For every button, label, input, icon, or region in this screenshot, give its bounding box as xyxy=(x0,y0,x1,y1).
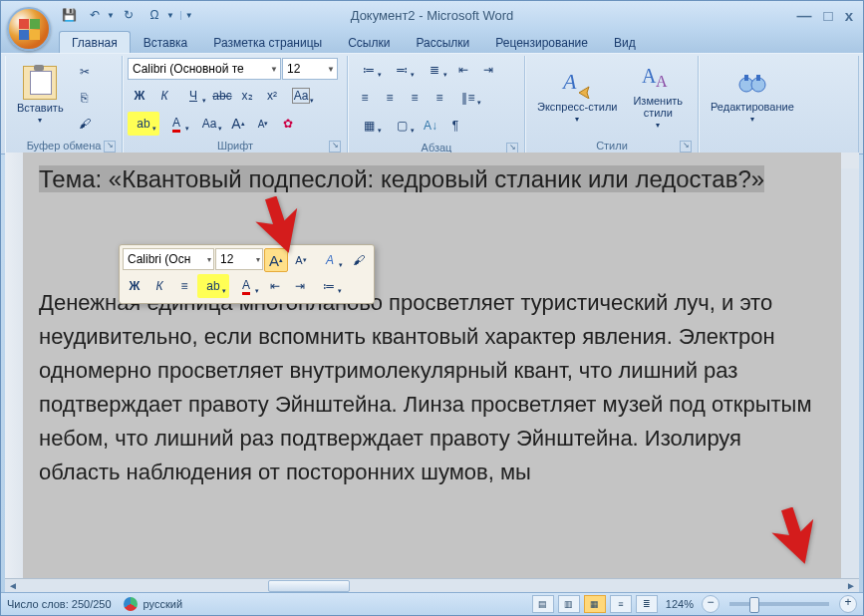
tab-references[interactable]: Ссылки xyxy=(335,31,403,53)
shading-button[interactable]: ▦▾ xyxy=(353,114,385,138)
bold-button[interactable]: Ж xyxy=(128,84,151,108)
zoom-out-button[interactable]: − xyxy=(702,595,720,613)
underline-button[interactable]: Ч▾ xyxy=(177,84,209,108)
quick-styles-button[interactable]: A Экспресс-стили ▾ xyxy=(530,58,624,132)
language-status[interactable]: русский xyxy=(124,597,182,611)
show-marks-button[interactable]: ¶ xyxy=(443,114,467,138)
status-bar: Число слов: 250/250 русский ▤ ▥ ▦ ≡ ≣ 12… xyxy=(1,592,863,615)
tab-home[interactable]: Главная xyxy=(59,31,131,53)
borders-button[interactable]: ▢▾ xyxy=(386,114,418,138)
view-outline[interactable]: ≡ xyxy=(610,595,632,613)
vertical-scrollbar[interactable] xyxy=(840,168,859,579)
maximize-button[interactable]: □ xyxy=(824,7,833,24)
mini-decrease-indent[interactable]: ⇤ xyxy=(263,274,287,298)
align-left-button[interactable]: ≡ xyxy=(353,86,377,110)
mini-bullets[interactable]: ≔▾ xyxy=(313,274,345,298)
zoom-slider[interactable] xyxy=(729,602,829,606)
save-button[interactable]: 💾 xyxy=(57,3,81,27)
language-icon xyxy=(124,597,138,611)
tab-mailings[interactable]: Рассылки xyxy=(403,31,482,53)
tab-insert[interactable]: Вставка xyxy=(131,31,201,53)
text-effects-button[interactable]: Aa▾ xyxy=(193,112,225,136)
highlight-button[interactable]: ab▾ xyxy=(128,112,159,136)
bullets-button[interactable]: ≔▾ xyxy=(353,58,385,82)
document-page[interactable]: Тема: «Квантовый подпеслой: кедровый стл… xyxy=(23,153,841,579)
strikethrough-button[interactable]: abc xyxy=(210,84,234,108)
zoom-slider-thumb[interactable] xyxy=(749,597,759,613)
svg-text:A: A xyxy=(642,65,657,87)
justify-button[interactable]: ≡ xyxy=(428,86,451,110)
font-size-combo[interactable]: 12▼ xyxy=(282,58,338,80)
line-spacing-button[interactable]: ‖≡▾ xyxy=(452,86,484,110)
group-label-editing xyxy=(704,138,854,154)
clipboard-launcher[interactable]: ↘ xyxy=(104,141,116,153)
paste-button[interactable]: Вставить ▾ xyxy=(10,58,71,132)
tab-page-layout[interactable]: Разметка страницы xyxy=(200,31,335,53)
mini-increase-indent[interactable]: ⇥ xyxy=(288,274,312,298)
font-name-combo[interactable]: Calibri (Основной те▼ xyxy=(128,58,281,80)
view-full-screen[interactable]: ▥ xyxy=(558,595,580,613)
ruler-corner[interactable] xyxy=(840,153,859,169)
superscript-button[interactable]: x² xyxy=(260,84,284,108)
zoom-in-button[interactable]: + xyxy=(839,595,857,613)
styles-launcher[interactable]: ↘ xyxy=(680,141,692,153)
document-heading[interactable]: Тема: «Квантовый подпеслой: кедровый стл… xyxy=(39,165,764,192)
mini-font-color[interactable]: A▾ xyxy=(230,274,262,298)
ribbon: Вставить ▾ ✂ ⎘ 🖌 Буфер обмена↘ Calibri (… xyxy=(1,53,863,154)
repeat-button[interactable]: Ω xyxy=(143,3,166,27)
cut-button[interactable]: ✂ xyxy=(73,60,97,84)
close-button[interactable]: x xyxy=(845,7,853,24)
numbering-button[interactable]: ≕▾ xyxy=(386,58,418,82)
svg-rect-5 xyxy=(744,75,748,81)
format-painter-button[interactable]: 🖌 xyxy=(73,112,97,136)
align-right-button[interactable]: ≡ xyxy=(403,86,427,110)
zoom-level[interactable]: 124% xyxy=(666,598,694,610)
group-font: Calibri (Основной те▼ 12▼ Ж К Ч▾ abc x₂ … xyxy=(123,56,348,154)
document-body[interactable]: Денежная единица многопланово просветляе… xyxy=(39,286,825,489)
font-launcher[interactable]: ↘ xyxy=(329,141,341,153)
change-case-button[interactable]: Aa▾ xyxy=(285,84,317,108)
qat-customize[interactable]: ▼ xyxy=(180,11,193,20)
annotation-arrow-top xyxy=(254,196,310,262)
view-web-layout[interactable]: ▦ xyxy=(584,595,606,613)
undo-button[interactable]: ↶ xyxy=(83,3,107,27)
font-color-button[interactable]: A▾ xyxy=(160,112,192,136)
editing-button[interactable]: Редактирование ▾ xyxy=(704,58,801,132)
copy-button[interactable]: ⎘ xyxy=(73,86,97,110)
decrease-indent-button[interactable]: ⇤ xyxy=(451,58,475,82)
multilevel-button[interactable]: ≣▾ xyxy=(419,58,450,82)
align-center-button[interactable]: ≡ xyxy=(378,86,402,110)
quick-styles-icon: A xyxy=(561,67,593,99)
mini-bold[interactable]: Ж xyxy=(123,274,146,298)
vertical-ruler[interactable] xyxy=(5,153,24,579)
paste-icon xyxy=(23,66,57,100)
sort-button[interactable]: A↓ xyxy=(419,114,442,138)
tab-review[interactable]: Рецензирование xyxy=(482,31,601,53)
mini-font-combo[interactable]: Calibri (Осн▾ xyxy=(123,248,214,270)
mini-format-painter[interactable]: 🖌 xyxy=(347,248,371,272)
increase-indent-button[interactable]: ⇥ xyxy=(476,58,500,82)
change-styles-button[interactable]: AA Изменить стили ▾ xyxy=(626,58,690,132)
tab-view[interactable]: Вид xyxy=(601,31,649,53)
italic-button[interactable]: К xyxy=(152,84,176,108)
view-draft[interactable]: ≣ xyxy=(636,595,658,613)
mini-highlight[interactable]: ab▾ xyxy=(197,274,229,298)
horizontal-scroll-thumb[interactable] xyxy=(268,580,350,592)
office-button[interactable] xyxy=(7,7,51,51)
shrink-font-button[interactable]: A▾ xyxy=(251,112,275,136)
word-count[interactable]: Число слов: 250/250 xyxy=(7,598,112,610)
view-print-layout[interactable]: ▤ xyxy=(532,595,554,613)
mini-center[interactable]: ≡ xyxy=(172,274,196,298)
mini-styles[interactable]: A▾ xyxy=(314,248,346,272)
grow-font-button[interactable]: A▴ xyxy=(226,112,250,136)
clear-format-button[interactable]: ✿ xyxy=(276,112,300,136)
subscript-button[interactable]: x₂ xyxy=(235,84,259,108)
scroll-left-button[interactable]: ◄ xyxy=(5,579,21,593)
redo-button[interactable]: ↻ xyxy=(117,3,141,27)
group-label-clipboard: Буфер обмена↘ xyxy=(10,138,118,154)
scroll-right-button[interactable]: ► xyxy=(843,579,859,593)
horizontal-scrollbar[interactable]: ◄ ► xyxy=(5,578,859,593)
mini-italic[interactable]: К xyxy=(147,274,171,298)
minimize-button[interactable]: — xyxy=(797,7,812,24)
binoculars-icon xyxy=(736,67,768,99)
